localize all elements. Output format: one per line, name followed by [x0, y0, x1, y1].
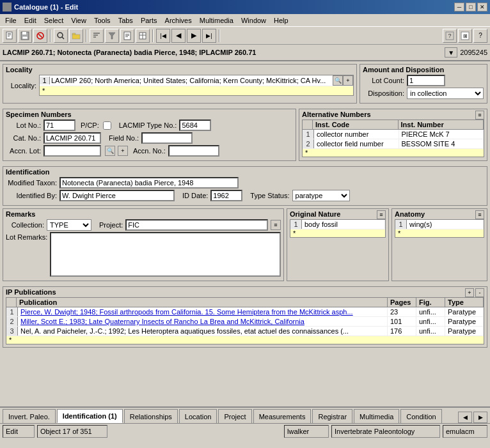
- alt-numbers-title: Alternative Numbers: [302, 111, 371, 118]
- identified-by-input[interactable]: [59, 190, 175, 201]
- tab-identification[interactable]: Identification (1): [57, 409, 123, 423]
- tab-scroll-right[interactable]: ▶: [473, 412, 487, 423]
- tab-relationships[interactable]: Relationships: [124, 409, 178, 423]
- cancel-button[interactable]: [33, 29, 47, 43]
- tab-location[interactable]: Location: [179, 409, 217, 423]
- accn-lot-search-btn[interactable]: 🔍: [105, 146, 115, 156]
- pub-star-row: *: [6, 336, 484, 344]
- menu-select[interactable]: Select: [40, 15, 68, 26]
- minimize-button[interactable]: ─: [454, 3, 464, 12]
- nav-prev-button[interactable]: ◀: [171, 29, 186, 43]
- anatomy-row-1[interactable]: 1 wing(s): [395, 220, 484, 229]
- tab-invert-paleo[interactable]: Invert. Paleo.: [3, 409, 56, 423]
- menu-tabs[interactable]: Tabs: [115, 15, 137, 26]
- alt-numbers-icon-btn[interactable]: ≡: [475, 111, 484, 120]
- menu-window[interactable]: Window: [237, 15, 270, 26]
- menu-help[interactable]: Help: [270, 15, 292, 26]
- alt-row-2[interactable]: 2 collector field number BESSOM SITE 4: [303, 139, 484, 149]
- menu-parts[interactable]: Parts: [137, 15, 161, 26]
- svg-rect-5: [22, 32, 26, 35]
- id-date-input[interactable]: [210, 190, 242, 201]
- header-nav-button[interactable]: ▼: [445, 47, 457, 58]
- accn-no-input[interactable]: [168, 145, 219, 157]
- locality-search-btn[interactable]: 🔍: [333, 75, 343, 86]
- lot-remarks-textarea[interactable]: [50, 232, 281, 277]
- modified-taxon-input[interactable]: [59, 177, 239, 189]
- anatomy-star: *: [395, 229, 484, 237]
- remarks-title: Remarks: [6, 210, 281, 218]
- accn-lot-add-btn[interactable]: +: [118, 146, 128, 156]
- toolbar-sep-2: [86, 29, 87, 42]
- svg-rect-20: [125, 36, 128, 37]
- original-nature-icon-btn[interactable]: ≡: [377, 210, 386, 219]
- search-button[interactable]: [54, 29, 68, 43]
- new-record-button[interactable]: [3, 29, 17, 43]
- header-bar: LACMIP 260.71; Notonecta (Paranecta) bad…: [0, 45, 490, 61]
- tab-project[interactable]: Project: [218, 409, 251, 423]
- project-input[interactable]: [125, 219, 268, 231]
- nav-last-button[interactable]: ▶|: [202, 29, 216, 43]
- zoom-button[interactable]: ⊞: [458, 29, 472, 43]
- pub-row-1[interactable]: 1 Pierce, W. Dwight; 1948; Fossil arthro…: [6, 307, 484, 317]
- locality-add-btn[interactable]: +: [343, 75, 353, 86]
- disposition-select[interactable]: in collection: [407, 88, 484, 99]
- svg-rect-6: [22, 36, 28, 39]
- sort-button[interactable]: [90, 29, 104, 43]
- filter-button[interactable]: [105, 29, 119, 43]
- locality-row-value: LACMIP 260; North America; United States…: [50, 76, 333, 85]
- anatomy-icon-btn[interactable]: ≡: [475, 210, 484, 219]
- field-no-input[interactable]: [141, 132, 193, 144]
- lot-count-input[interactable]: [407, 75, 445, 86]
- collection-select[interactable]: TYPE MAIN PALEO: [47, 219, 91, 231]
- save-button[interactable]: [18, 29, 32, 43]
- report-button[interactable]: [120, 29, 134, 43]
- menu-file[interactable]: File: [1, 15, 20, 26]
- tab-multimedia[interactable]: Multimedia: [354, 409, 399, 423]
- lot-no-input[interactable]: [43, 120, 75, 131]
- pub-row-3[interactable]: 3 Nel, A. and Paicheler, J.-C.; 1992; Le…: [6, 327, 484, 336]
- menu-multimedia[interactable]: Multimedia: [196, 15, 237, 26]
- accn-lot-input[interactable]: [43, 145, 101, 157]
- ip-publications-title: IP Publications: [6, 288, 56, 296]
- alt-col-number: Inst. Number: [399, 120, 484, 129]
- original-nature-star: *: [290, 229, 385, 237]
- original-nature-section: Original Nature ≡ 1 body fossil *: [287, 208, 389, 281]
- specimen-section-title: Specimen Numbers: [6, 111, 293, 118]
- original-nature-row-1[interactable]: 1 body fossil: [290, 220, 385, 229]
- menu-edit[interactable]: Edit: [20, 15, 40, 26]
- menu-view[interactable]: View: [67, 15, 90, 26]
- open-button[interactable]: [69, 29, 83, 43]
- svg-text:⊞: ⊞: [463, 33, 468, 39]
- type-status-select[interactable]: paratype holotype syntype none: [292, 190, 350, 201]
- pcp-checkbox[interactable]: [103, 121, 111, 130]
- status-object-info: Object 17 of 351: [37, 425, 107, 438]
- pub-row-2[interactable]: 2 Miller, Scott E.; 1983; Late Quaternar…: [6, 317, 484, 327]
- cat-no-input[interactable]: [43, 132, 101, 144]
- menu-archives[interactable]: Archives: [161, 15, 196, 26]
- tab-registrar[interactable]: Registrar: [312, 409, 352, 423]
- tab-measurements[interactable]: Measurements: [253, 409, 312, 423]
- close-button[interactable]: ✕: [477, 3, 487, 12]
- lacmip-type-input[interactable]: [179, 120, 211, 131]
- nav-first-button[interactable]: |◀: [156, 29, 170, 43]
- svg-line-10: [62, 37, 64, 39]
- disposition-label: Disposition:: [363, 89, 404, 97]
- toolbar-sep-4: [219, 29, 220, 42]
- pub-remove-btn[interactable]: -: [475, 288, 484, 297]
- svg-marker-16: [109, 33, 115, 39]
- nav-next-button[interactable]: ▶: [187, 29, 201, 43]
- menu-tools[interactable]: Tools: [90, 15, 115, 26]
- maximize-button[interactable]: □: [466, 3, 476, 12]
- specimen-section: Specimen Numbers Lot No.: P/CP: LACMIP T…: [3, 109, 296, 161]
- extra-button[interactable]: [136, 29, 150, 43]
- help-button[interactable]: ?: [443, 29, 457, 43]
- svg-rect-12: [72, 35, 80, 39]
- project-expand-btn[interactable]: ≡: [271, 220, 281, 230]
- alt-row-1[interactable]: 1 collector number PIERCE McK 7: [303, 130, 484, 139]
- status-dept: Invertebrate Paleontology: [331, 425, 440, 438]
- tab-scroll-left[interactable]: ◀: [458, 412, 472, 423]
- settings-button[interactable]: ?: [473, 29, 487, 43]
- pub-add-btn[interactable]: +: [465, 288, 474, 297]
- tab-condition[interactable]: Condition: [400, 409, 441, 423]
- id-date-label: ID Date:: [182, 192, 208, 199]
